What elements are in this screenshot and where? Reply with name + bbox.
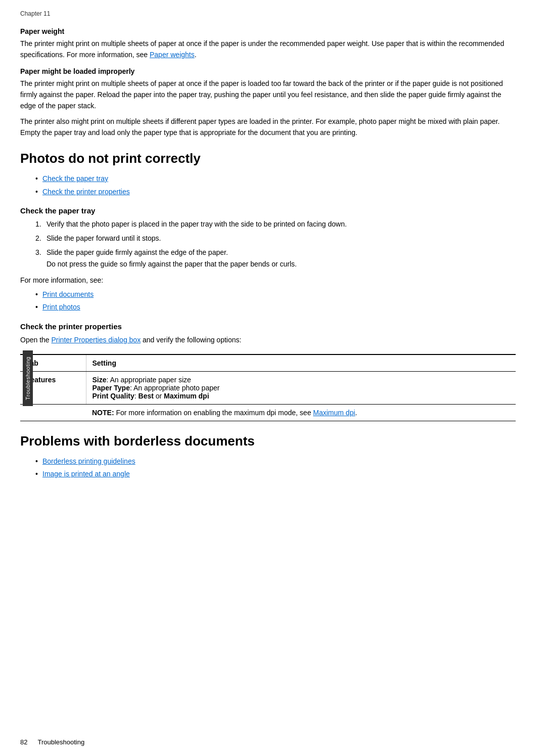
for-more-info-text: For more information, see: bbox=[20, 275, 516, 286]
table-row: Features Size: An appropriate paper size… bbox=[20, 371, 516, 404]
list-item: Image is printed at an angle bbox=[35, 469, 516, 480]
borderless-links-list: Borderless printing guidelines Image is … bbox=[35, 456, 516, 480]
table-cell-empty bbox=[20, 404, 86, 421]
paper-weight-heading: Paper weight bbox=[20, 27, 516, 35]
table-cell-note: NOTE: For more information on enabling t… bbox=[86, 404, 516, 421]
main-content: Chapter 11 Paper weight The printer migh… bbox=[20, 0, 516, 505]
list-item: Slide the paper forward until it stops. bbox=[35, 233, 516, 244]
paper-loaded-heading: Paper might be loaded improperly bbox=[20, 67, 516, 75]
table-cell-settings: Size: An appropriate paper size Paper Ty… bbox=[86, 371, 516, 404]
more-links-list: Print documents Print photos bbox=[35, 289, 516, 313]
borderless-section-heading: Problems with borderless documents bbox=[20, 433, 516, 449]
paper-weights-link[interactable]: Paper weights bbox=[150, 51, 195, 59]
setting-print-quality: Print Quality: Best or Maximum dpi bbox=[93, 392, 510, 400]
borderless-printing-guidelines-link[interactable]: Borderless printing guidelines bbox=[42, 457, 135, 465]
print-photos-link[interactable]: Print photos bbox=[42, 303, 80, 311]
list-item: Borderless printing guidelines bbox=[35, 456, 516, 467]
printer-properties-dialog-link[interactable]: Printer Properties dialog box bbox=[52, 336, 141, 344]
check-printer-props-heading: Check the printer properties bbox=[20, 322, 516, 331]
photos-section-heading: Photos do not print correctly bbox=[20, 151, 516, 166]
paper-loaded-para2: The printer also might print on multiple… bbox=[20, 116, 516, 138]
check-printer-properties-link[interactable]: Check the printer properties bbox=[42, 188, 130, 196]
check-paper-tray-heading: Check the paper tray bbox=[20, 206, 516, 215]
list-item: Print photos bbox=[35, 302, 516, 313]
footer-section-label: Troubleshooting bbox=[37, 738, 84, 746]
properties-table: Tab Setting Features Size: An appropriat… bbox=[20, 354, 516, 421]
check-paper-tray-link[interactable]: Check the paper tray bbox=[42, 174, 108, 183]
print-documents-link[interactable]: Print documents bbox=[42, 290, 94, 298]
footer: 82 Troubleshooting bbox=[20, 738, 516, 746]
paper-loaded-para1: The printer might print on multiple shee… bbox=[20, 78, 516, 111]
page-container: Troubleshooting Chapter 11 Paper weight … bbox=[0, 0, 546, 756]
list-item: Verify that the photo paper is placed in… bbox=[35, 219, 516, 230]
list-item: Print documents bbox=[35, 289, 516, 300]
footer-page-number: 82 bbox=[20, 738, 27, 746]
photos-links-list: Check the paper tray Check the printer p… bbox=[35, 173, 516, 197]
image-printed-angle-link[interactable]: Image is printed at an angle bbox=[42, 470, 130, 478]
check-printer-props-intro: Open the Printer Properties dialog box a… bbox=[20, 335, 516, 346]
paper-weight-para1: The printer might print on multiple shee… bbox=[20, 38, 516, 60]
table-row-note: NOTE: For more information on enabling t… bbox=[20, 404, 516, 421]
paper-tray-steps: Verify that the photo paper is placed in… bbox=[35, 219, 516, 270]
table-header-setting: Setting bbox=[86, 354, 516, 372]
list-item: Check the paper tray bbox=[35, 173, 516, 185]
chapter-header: Chapter 11 bbox=[20, 10, 516, 17]
setting-size: Size: An appropriate paper size bbox=[93, 376, 510, 384]
list-item: Slide the paper guide firmly against the… bbox=[35, 247, 516, 270]
setting-paper-type: Paper Type: An appropriate photo paper bbox=[93, 384, 510, 392]
maximum-dpi-link[interactable]: Maximum dpi bbox=[313, 409, 355, 417]
side-tab: Troubleshooting bbox=[23, 350, 33, 406]
list-item: Check the printer properties bbox=[35, 187, 516, 198]
